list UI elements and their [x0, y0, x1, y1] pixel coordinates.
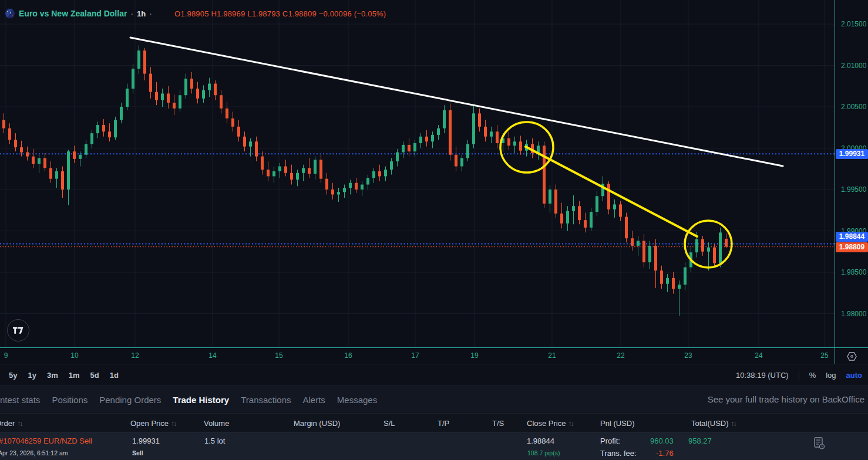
order-id[interactable]: #107046259 EUR/NZD Sell [0, 437, 92, 445]
time-axis-label: 16 [344, 348, 352, 364]
legend-separator2: · [149, 9, 152, 18]
tab-positions[interactable]: Positions [52, 395, 88, 405]
column-header-volume: Volume [204, 414, 229, 433]
legend-separator: · [130, 9, 133, 18]
close-pips: 108.7 pip(s) [527, 449, 560, 456]
column-header-t-p: T/P [438, 414, 449, 433]
candlestick-chart[interactable] [0, 0, 835, 347]
order-date: Apr 23, 2026, 6:51:12 am [0, 449, 68, 456]
time-axis-label: 15 [275, 348, 282, 364]
clock-utc[interactable]: 10:38:19 (UTC) [736, 371, 789, 380]
trade-table-header: Order↑↓Open Price↑↓VolumeMargin (USD)S/L… [0, 413, 868, 433]
total-value: 958.27 [688, 437, 712, 445]
auto-scale-button[interactable]: auto [846, 371, 862, 380]
chart-toolbar: 5y1y3m1m5d1d 10:38:19 (UTC) % log auto [0, 364, 868, 386]
log-scale-button[interactable]: log [826, 371, 836, 380]
column-header-total-usd-[interactable]: Total(USD)↑↓ [691, 414, 736, 433]
column-header-t-s: T/S [492, 414, 504, 433]
fee-value: -1.76 [656, 449, 674, 458]
time-axis-label: 21 [548, 348, 556, 364]
price-tag-1.99931: 1.99931 [836, 149, 868, 159]
toolbar-right: 10:38:19 (UTC) % log auto [736, 370, 862, 381]
trade-panel: ntest statsPositionsPending OrdersTrade … [0, 385, 868, 460]
range-button-1y[interactable]: 1y [28, 371, 36, 380]
column-header-s-l: S/L [383, 414, 395, 433]
sort-arrows-icon: ↑↓ [171, 420, 176, 428]
range-buttons: 5y1y3m1m5d1d [0, 371, 119, 380]
tab-messages[interactable]: Messages [337, 395, 377, 405]
price-axis[interactable]: 2.015002.010002.005002.000001.995001.990… [835, 0, 868, 347]
tab-ntest-stats[interactable]: ntest stats [0, 395, 40, 405]
trading-app: Euro vs New Zealand Dollar · 1h · O1.989… [0, 0, 868, 460]
time-axis-label: 23 [684, 348, 692, 364]
tab-pending-orders[interactable]: Pending Orders [99, 395, 161, 405]
range-button-5d[interactable]: 5d [90, 371, 99, 380]
range-button-5y[interactable]: 5y [9, 371, 17, 380]
symbol-title[interactable]: Euro vs New Zealand Dollar [19, 9, 127, 18]
tab-transactions[interactable]: Transactions [241, 395, 291, 405]
sort-arrows-icon: ↑↓ [568, 420, 573, 428]
time-axis-label: 19 [470, 348, 478, 364]
backoffice-link[interactable]: See your full trade history on BackOffic… [708, 386, 864, 413]
price-axis-label: 2.01000 [841, 61, 866, 70]
price-scale-settings-icon[interactable] [847, 352, 857, 361]
tv-glyph [13, 327, 24, 334]
tab-alerts[interactable]: Alerts [303, 395, 325, 405]
column-header-order[interactable]: Order↑↓ [0, 414, 22, 433]
price-tag-1.98809: 1.98809 [836, 242, 868, 252]
interval-label[interactable]: 1h [137, 9, 146, 18]
time-axis-label: 10 [70, 348, 78, 364]
range-button-1d[interactable]: 1d [110, 371, 119, 380]
time-axis-label: 14 [208, 348, 216, 364]
open-price: 1.99931 [132, 437, 160, 445]
time-axis-label: 17 [411, 348, 419, 364]
price-tag-1.98844: 1.98844 [836, 232, 868, 242]
range-button-1m[interactable]: 1m [69, 371, 80, 380]
price-axis-label: 2.01500 [841, 19, 866, 29]
trade-details-icon[interactable] [813, 437, 825, 452]
price-axis-label: 1.99500 [841, 185, 866, 194]
open-side: Sell [132, 449, 143, 456]
sort-arrows-icon: ↑↓ [17, 420, 22, 428]
ohlc-values: O1.98905 H1.98969 L1.98793 C1.98809 −0.0… [174, 9, 386, 18]
axis-corner [835, 347, 868, 364]
tab-trade-history[interactable]: Trade History [173, 395, 229, 405]
toolbar-divider [799, 370, 799, 381]
percent-scale-button[interactable]: % [809, 371, 816, 380]
column-header-open-price[interactable]: Open Price↑↓ [130, 414, 176, 433]
time-axis-label: 25 [820, 348, 828, 364]
price-axis-label: 2.00500 [841, 102, 866, 111]
volume-value: 1.5 lot [204, 437, 225, 445]
price-axis-label: 1.98500 [841, 268, 866, 277]
chart-region[interactable]: Euro vs New Zealand Dollar · 1h · O1.989… [0, 0, 868, 364]
profit-value: 960.03 [650, 437, 674, 445]
trade-table-row[interactable]: #107046259 EUR/NZD Sell Apr 23, 2026, 6:… [0, 432, 868, 460]
column-header-margin-usd-: Margin (USD) [294, 414, 340, 433]
column-header-pnl-usd-: Pnl (USD) [600, 414, 635, 433]
profit-label: Profit: [600, 437, 620, 445]
range-button-3m[interactable]: 3m [47, 371, 58, 380]
chart-legend: Euro vs New Zealand Dollar · 1h · O1.989… [5, 8, 386, 19]
time-axis-label: 12 [131, 348, 139, 364]
symbol-flag-icon [5, 8, 15, 19]
price-axis-label: 1.98000 [841, 309, 866, 319]
fee-label: Trans. fee: [600, 449, 637, 458]
close-price: 1.98844 [527, 437, 554, 445]
sort-arrows-icon: ↑↓ [731, 420, 736, 428]
time-axis[interactable]: 9101214151617192122232425 [0, 347, 835, 364]
tradingview-logo-icon[interactable] [7, 319, 29, 341]
column-header-close-price[interactable]: Close Price↑↓ [527, 414, 573, 433]
time-axis-label: 9 [4, 348, 8, 364]
time-axis-label: 22 [617, 348, 624, 364]
time-axis-label: 24 [755, 348, 762, 364]
